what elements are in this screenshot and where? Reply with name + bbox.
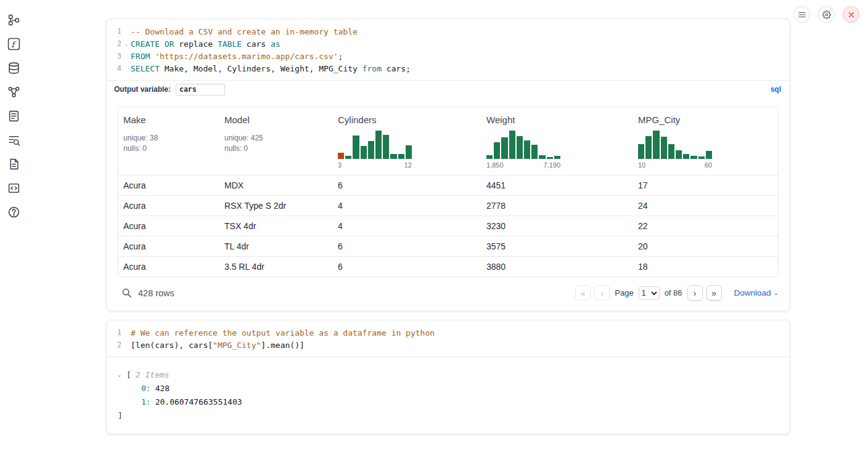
column-header[interactable]: Weight1,8507,190 xyxy=(481,107,633,175)
sidebar-dependencies-button[interactable] xyxy=(6,84,21,99)
table-row[interactable]: Acura3.5 RL 4dr6388018 xyxy=(118,256,778,277)
chevron-down-icon: ⌄ xyxy=(774,290,779,296)
open-bracket: [ xyxy=(126,370,131,379)
row-count: 428 rows xyxy=(138,288,174,298)
table-cell: 3575 xyxy=(481,241,633,251)
line-number: 3 xyxy=(107,52,121,60)
collapse-caret-icon[interactable]: ⌄ xyxy=(118,371,126,378)
gear-icon xyxy=(822,10,831,19)
sidebar-documentation-button[interactable] xyxy=(6,156,21,171)
previous-page-button[interactable]: ‹ xyxy=(594,285,610,301)
sidebar-file-tree-button[interactable] xyxy=(6,12,21,27)
table-row[interactable]: AcuraRSX Type S 2dr4277824 xyxy=(118,195,778,216)
output-variable-input[interactable] xyxy=(176,84,225,95)
code-token: 'https://datasets.marimo.app/cars.csv' xyxy=(155,52,338,61)
sidebar-scratchpad-button[interactable] xyxy=(6,108,21,123)
histogram-bar xyxy=(531,145,538,159)
column-histogram[interactable]: 1060 xyxy=(638,129,712,169)
column-histogram[interactable]: 1,8507,190 xyxy=(486,129,560,169)
next-page-button[interactable]: › xyxy=(687,285,703,301)
sidebar-help-button[interactable] xyxy=(6,204,21,219)
code-token: FROM xyxy=(131,52,155,61)
code-text: SELECT Make, Model, Cylinders, Weight, M… xyxy=(131,64,411,73)
histogram-bar xyxy=(368,141,374,159)
code-token: # We can reference the output variable a… xyxy=(131,328,435,338)
sidebar-snippets-button[interactable] xyxy=(6,180,21,195)
tree-entry-key: 0 xyxy=(141,384,146,393)
chevron-right-icon: › xyxy=(694,288,697,298)
column-header[interactable]: Modelunique: 425nulls: 0 xyxy=(219,107,333,175)
column-header[interactable]: Cylinders312 xyxy=(333,107,481,175)
pagination: « ‹ Page 1 of 86 › » Download ⌄ xyxy=(575,285,779,301)
dependency-graph-icon xyxy=(7,86,20,99)
python-code-editor[interactable]: 1# We can reference the output variable … xyxy=(107,320,790,357)
histogram-bars xyxy=(338,129,412,159)
code-token: from xyxy=(362,64,382,73)
code-line: 1# We can reference the output variable … xyxy=(107,326,790,339)
table-cell: 4451 xyxy=(481,180,633,190)
table-row[interactable]: AcuraTL 4dr6357520 xyxy=(118,236,778,256)
table-cell: 22 xyxy=(633,221,778,231)
items-count-label: 2 Items xyxy=(136,370,170,379)
hamburger-icon xyxy=(798,10,806,19)
tree-close-line: ] xyxy=(107,408,790,422)
histogram-bar xyxy=(509,131,515,159)
settings-button[interactable] xyxy=(818,6,835,23)
histogram-min-label: 3 xyxy=(338,161,342,169)
tree-entry: 1:20.060747663551403 xyxy=(107,395,790,408)
sql-code-editor[interactable]: 1-- Download a CSV and create an in-memo… xyxy=(107,19,790,80)
column-header[interactable]: MPG_City1060 xyxy=(633,107,778,175)
page-select[interactable]: 1 xyxy=(639,286,660,300)
code-text: [len(cars), cars["MPG_City"].mean()] xyxy=(131,341,305,350)
histogram-max-label: 12 xyxy=(404,161,412,169)
code-line: 1-- Download a CSV and create an in-memo… xyxy=(107,25,790,38)
sidebar-variables-button[interactable]: f xyxy=(6,36,21,51)
table-cell: TL 4dr xyxy=(219,241,333,251)
histogram-max-label: 60 xyxy=(705,161,712,169)
document-icon xyxy=(7,158,20,171)
table-cell: 4 xyxy=(333,201,481,211)
table-row[interactable]: AcuraMDX6445117 xyxy=(118,175,778,195)
column-histogram[interactable]: 312 xyxy=(338,129,412,169)
shutdown-button[interactable] xyxy=(843,6,859,23)
chevrons-right-icon: » xyxy=(711,288,716,298)
code-token: CREATE OR xyxy=(131,39,174,49)
tree-entries: 0:4281:20.060747663551403 xyxy=(107,381,790,408)
first-page-button[interactable]: « xyxy=(575,285,591,301)
histogram-bar xyxy=(345,156,351,159)
code-token: replace xyxy=(174,39,217,49)
table-cell: 6 xyxy=(333,241,481,251)
code-token: ; xyxy=(338,52,343,61)
table-row[interactable]: AcuraTSX 4dr4323022 xyxy=(118,216,778,236)
line-number: 1 xyxy=(107,328,121,337)
sidebar-datasources-button[interactable] xyxy=(6,60,21,75)
tree-entry-colon: : xyxy=(146,384,151,393)
output-variable-row: Output variable: sql xyxy=(107,80,790,98)
tree-entry: 0:428 xyxy=(107,381,790,395)
table-cell: MDX xyxy=(219,180,333,190)
notebook-area: 1-- Download a CSV and create an in-memo… xyxy=(106,18,790,443)
column-stats: unique: 38nulls: 0 xyxy=(123,133,219,154)
histogram-bar xyxy=(524,140,530,159)
table-search-button[interactable] xyxy=(121,288,132,298)
fold-chevron-icon[interactable]: ⌄ xyxy=(121,41,131,47)
download-button[interactable]: Download ⌄ xyxy=(734,288,779,297)
histogram-min-label: 1,850 xyxy=(486,161,504,169)
table-cell: Acura xyxy=(118,262,219,272)
menu-button[interactable] xyxy=(793,6,810,23)
code-token: ].mean()] xyxy=(261,341,304,350)
histogram-min-label: 10 xyxy=(638,161,645,169)
code-token: TABLE xyxy=(218,39,242,49)
table-cell: Acura xyxy=(118,221,219,231)
code-line: 2[len(cars), cars["MPG_City"].mean()] xyxy=(107,339,790,351)
column-header[interactable]: Makeunique: 38nulls: 0 xyxy=(118,107,219,175)
column-name: Make xyxy=(123,115,219,125)
code-line: 4SELECT Make, Model, Cylinders, Weight, … xyxy=(107,62,790,75)
sidebar-logs-button[interactable] xyxy=(6,132,21,147)
last-page-button[interactable]: » xyxy=(706,285,722,301)
code-token: SELECT xyxy=(131,64,160,73)
tree-entry-colon: : xyxy=(146,397,151,407)
code-line: 3FROM 'https://datasets.marimo.app/cars.… xyxy=(107,50,790,62)
code-token: [len(cars), cars[ xyxy=(131,341,213,350)
histogram-bar xyxy=(539,155,545,159)
